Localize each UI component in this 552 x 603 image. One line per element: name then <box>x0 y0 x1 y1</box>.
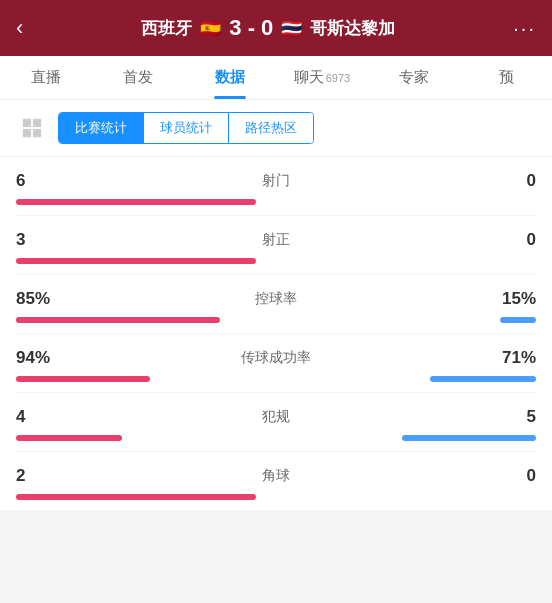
sub-tabs-container: 比赛统计 球员统计 路径热区 <box>0 100 552 157</box>
bar-left <box>16 435 122 441</box>
score-display: 3 - 0 <box>229 15 273 41</box>
stats-content: 6 射门 0 3 射正 0 85% 控球率 15% <box>0 157 552 510</box>
team-home-name: 西班牙 <box>141 17 192 40</box>
stat-right-value: 71% <box>476 348 536 368</box>
stat-row: 6 射门 0 <box>16 157 536 216</box>
stat-label: 犯规 <box>76 408 476 426</box>
bars-container <box>16 258 536 264</box>
tab-expert[interactable]: 专家 <box>368 56 460 99</box>
stat-right-value: 0 <box>476 466 536 486</box>
bar-left <box>16 258 256 264</box>
team-away-name: 哥斯达黎加 <box>310 17 395 40</box>
bars-container <box>16 317 536 323</box>
stat-right-value: 5 <box>476 407 536 427</box>
sub-tab-match-stats[interactable]: 比赛统计 <box>59 113 144 143</box>
header: ‹ 西班牙 🇪🇸 3 - 0 🇹🇭 哥斯达黎加 ··· <box>0 0 552 56</box>
stat-left-value: 2 <box>16 466 76 486</box>
stat-right-value: 15% <box>476 289 536 309</box>
stat-row: 4 犯规 5 <box>16 393 536 452</box>
tab-live[interactable]: 直播 <box>0 56 92 99</box>
stat-left-value: 6 <box>16 171 76 191</box>
bars-container <box>16 435 536 441</box>
stat-row: 85% 控球率 15% <box>16 275 536 334</box>
layout-icon[interactable] <box>16 112 48 144</box>
stat-right-value: 0 <box>476 230 536 250</box>
svg-rect-2 <box>23 129 31 137</box>
sub-tabs: 比赛统计 球员统计 路径热区 <box>58 112 314 144</box>
tab-predict[interactable]: 预 <box>460 56 552 99</box>
stat-left-value: 94% <box>16 348 76 368</box>
stat-label: 角球 <box>76 467 476 485</box>
bar-left <box>16 376 150 382</box>
bars-container <box>16 376 536 382</box>
stat-row: 94% 传球成功率 71% <box>16 334 536 393</box>
nav-tabs: 直播 首发 数据 聊天 6973 专家 预 <box>0 56 552 100</box>
match-score: 西班牙 🇪🇸 3 - 0 🇹🇭 哥斯达黎加 <box>141 15 395 41</box>
more-button[interactable]: ··· <box>513 17 536 40</box>
flag-away-icon: 🇹🇭 <box>281 18 302 39</box>
tab-stats[interactable]: 数据 <box>184 56 276 99</box>
back-button[interactable]: ‹ <box>16 15 23 41</box>
sub-tab-player-stats[interactable]: 球员统计 <box>144 113 229 143</box>
stat-label: 控球率 <box>76 290 476 308</box>
score-away: 0 <box>261 15 273 40</box>
bar-right <box>402 435 536 441</box>
bar-left <box>16 494 256 500</box>
stat-label: 传球成功率 <box>76 349 476 367</box>
bars-container <box>16 199 536 205</box>
tab-chat[interactable]: 聊天 6973 <box>276 56 368 99</box>
stat-right-value: 0 <box>476 171 536 191</box>
stat-label: 射正 <box>76 231 476 249</box>
tab-lineup[interactable]: 首发 <box>92 56 184 99</box>
stat-left-value: 85% <box>16 289 76 309</box>
stat-row: 2 角球 0 <box>16 452 536 510</box>
bar-left <box>16 199 256 205</box>
flag-home-icon: 🇪🇸 <box>200 18 221 39</box>
stat-left-value: 3 <box>16 230 76 250</box>
sub-tab-heatmap[interactable]: 路径热区 <box>229 113 313 143</box>
bars-container <box>16 494 536 500</box>
score-home: 3 <box>229 15 241 40</box>
svg-rect-1 <box>33 119 41 127</box>
stat-label: 射门 <box>76 172 476 190</box>
svg-rect-3 <box>33 129 41 137</box>
bar-left <box>16 317 220 323</box>
stat-left-value: 4 <box>16 407 76 427</box>
stat-row: 3 射正 0 <box>16 216 536 275</box>
bar-right <box>500 317 536 323</box>
bar-right <box>430 376 536 382</box>
svg-rect-0 <box>23 119 31 127</box>
chat-count: 6973 <box>326 72 350 84</box>
